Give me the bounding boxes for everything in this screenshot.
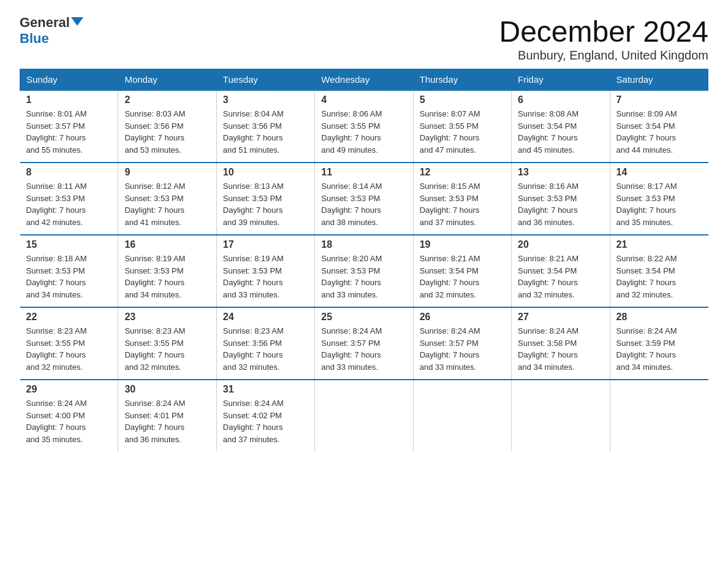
table-row: 5Sunrise: 8:07 AM Sunset: 3:55 PM Daylig… [413, 90, 511, 163]
day-number: 21 [616, 239, 702, 250]
day-info: Sunrise: 8:15 AM Sunset: 3:53 PM Dayligh… [420, 180, 505, 228]
table-row: 12Sunrise: 8:15 AM Sunset: 3:53 PM Dayli… [413, 163, 511, 235]
month-title: December 2024 [499, 15, 708, 48]
table-row: 28Sunrise: 8:24 AM Sunset: 3:59 PM Dayli… [610, 307, 708, 380]
day-number: 1 [26, 94, 112, 105]
day-info: Sunrise: 8:22 AM Sunset: 3:54 PM Dayligh… [616, 253, 702, 301]
table-row: 22Sunrise: 8:23 AM Sunset: 3:55 PM Dayli… [20, 307, 118, 380]
day-number: 19 [420, 239, 505, 250]
day-number: 13 [518, 167, 603, 178]
table-row [610, 380, 708, 451]
table-row: 3Sunrise: 8:04 AM Sunset: 3:56 PM Daylig… [216, 90, 314, 163]
col-thursday: Thursday [413, 69, 511, 91]
day-number: 5 [420, 94, 505, 105]
day-number: 25 [321, 312, 406, 323]
table-row: 7Sunrise: 8:09 AM Sunset: 3:54 PM Daylig… [610, 90, 708, 163]
day-info: Sunrise: 8:11 AM Sunset: 3:53 PM Dayligh… [26, 180, 112, 228]
table-row: 19Sunrise: 8:21 AM Sunset: 3:54 PM Dayli… [413, 235, 511, 307]
day-number: 30 [124, 384, 210, 395]
logo: General Blue [20, 15, 83, 47]
table-row: 4Sunrise: 8:06 AM Sunset: 3:55 PM Daylig… [315, 90, 413, 163]
col-wednesday: Wednesday [315, 69, 413, 91]
day-number: 22 [26, 312, 112, 323]
calendar-table: Sunday Monday Tuesday Wednesday Thursday… [20, 69, 708, 451]
day-number: 15 [26, 239, 112, 250]
day-info: Sunrise: 8:24 AM Sunset: 3:58 PM Dayligh… [518, 325, 603, 373]
day-number: 29 [26, 384, 112, 395]
table-row: 9Sunrise: 8:12 AM Sunset: 3:53 PM Daylig… [118, 163, 216, 235]
day-info: Sunrise: 8:13 AM Sunset: 3:53 PM Dayligh… [223, 180, 308, 228]
day-info: Sunrise: 8:06 AM Sunset: 3:55 PM Dayligh… [321, 108, 406, 156]
table-row: 27Sunrise: 8:24 AM Sunset: 3:58 PM Dayli… [512, 307, 610, 380]
table-row: 25Sunrise: 8:24 AM Sunset: 3:57 PM Dayli… [315, 307, 413, 380]
table-row: 26Sunrise: 8:24 AM Sunset: 3:57 PM Dayli… [413, 307, 511, 380]
day-number: 24 [223, 312, 308, 323]
day-info: Sunrise: 8:24 AM Sunset: 4:01 PM Dayligh… [124, 397, 210, 445]
day-info: Sunrise: 8:16 AM Sunset: 3:53 PM Dayligh… [518, 180, 603, 228]
day-number: 4 [321, 94, 406, 105]
table-row: 11Sunrise: 8:14 AM Sunset: 3:53 PM Dayli… [315, 163, 413, 235]
col-sunday: Sunday [20, 69, 118, 91]
day-number: 27 [518, 312, 603, 323]
day-number: 26 [420, 312, 505, 323]
table-row: 8Sunrise: 8:11 AM Sunset: 3:53 PM Daylig… [20, 163, 118, 235]
day-number: 11 [321, 167, 406, 178]
day-info: Sunrise: 8:24 AM Sunset: 3:59 PM Dayligh… [616, 325, 702, 373]
table-row: 24Sunrise: 8:23 AM Sunset: 3:56 PM Dayli… [216, 307, 314, 380]
day-info: Sunrise: 8:03 AM Sunset: 3:56 PM Dayligh… [124, 108, 210, 156]
table-row: 31Sunrise: 8:24 AM Sunset: 4:02 PM Dayli… [216, 380, 314, 451]
day-info: Sunrise: 8:23 AM Sunset: 3:55 PM Dayligh… [124, 325, 210, 373]
table-row: 16Sunrise: 8:19 AM Sunset: 3:53 PM Dayli… [118, 235, 216, 307]
col-saturday: Saturday [610, 69, 708, 91]
day-number: 23 [124, 312, 210, 323]
table-row: 2Sunrise: 8:03 AM Sunset: 3:56 PM Daylig… [118, 90, 216, 163]
day-info: Sunrise: 8:24 AM Sunset: 3:57 PM Dayligh… [420, 325, 505, 373]
day-number: 7 [616, 94, 702, 105]
day-info: Sunrise: 8:19 AM Sunset: 3:53 PM Dayligh… [124, 253, 210, 301]
day-number: 18 [321, 239, 406, 250]
day-number: 8 [26, 167, 112, 178]
day-number: 2 [124, 94, 210, 105]
day-number: 10 [223, 167, 308, 178]
day-info: Sunrise: 8:21 AM Sunset: 3:54 PM Dayligh… [518, 253, 603, 301]
day-number: 6 [518, 94, 603, 105]
table-row: 17Sunrise: 8:19 AM Sunset: 3:53 PM Dayli… [216, 235, 314, 307]
col-tuesday: Tuesday [216, 69, 314, 91]
table-row: 15Sunrise: 8:18 AM Sunset: 3:53 PM Dayli… [20, 235, 118, 307]
day-info: Sunrise: 8:01 AM Sunset: 3:57 PM Dayligh… [26, 108, 112, 156]
calendar-week-row: 15Sunrise: 8:18 AM Sunset: 3:53 PM Dayli… [20, 235, 708, 307]
day-info: Sunrise: 8:21 AM Sunset: 3:54 PM Dayligh… [420, 253, 505, 301]
table-row [315, 380, 413, 451]
day-info: Sunrise: 8:17 AM Sunset: 3:53 PM Dayligh… [616, 180, 702, 228]
day-info: Sunrise: 8:24 AM Sunset: 4:00 PM Dayligh… [26, 397, 112, 445]
calendar-week-row: 8Sunrise: 8:11 AM Sunset: 3:53 PM Daylig… [20, 163, 708, 235]
location-title: Bunbury, England, United Kingdom [499, 48, 708, 63]
day-info: Sunrise: 8:23 AM Sunset: 3:55 PM Dayligh… [26, 325, 112, 373]
table-row: 20Sunrise: 8:21 AM Sunset: 3:54 PM Dayli… [512, 235, 610, 307]
day-number: 12 [420, 167, 505, 178]
day-info: Sunrise: 8:23 AM Sunset: 3:56 PM Dayligh… [223, 325, 308, 373]
logo-blue-text: Blue [20, 31, 49, 47]
day-info: Sunrise: 8:20 AM Sunset: 3:53 PM Dayligh… [321, 253, 406, 301]
calendar-week-row: 22Sunrise: 8:23 AM Sunset: 3:55 PM Dayli… [20, 307, 708, 380]
day-info: Sunrise: 8:04 AM Sunset: 3:56 PM Dayligh… [223, 108, 308, 156]
day-info: Sunrise: 8:09 AM Sunset: 3:54 PM Dayligh… [616, 108, 702, 156]
page-header: General Blue December 2024 Bunbury, Engl… [20, 15, 708, 63]
table-row: 14Sunrise: 8:17 AM Sunset: 3:53 PM Dayli… [610, 163, 708, 235]
table-row: 18Sunrise: 8:20 AM Sunset: 3:53 PM Dayli… [315, 235, 413, 307]
table-row [413, 380, 511, 451]
day-info: Sunrise: 8:08 AM Sunset: 3:54 PM Dayligh… [518, 108, 603, 156]
day-info: Sunrise: 8:14 AM Sunset: 3:53 PM Dayligh… [321, 180, 406, 228]
logo-triangle-icon [71, 17, 83, 26]
day-info: Sunrise: 8:18 AM Sunset: 3:53 PM Dayligh… [26, 253, 112, 301]
day-info: Sunrise: 8:19 AM Sunset: 3:53 PM Dayligh… [223, 253, 308, 301]
col-monday: Monday [118, 69, 216, 91]
table-row: 21Sunrise: 8:22 AM Sunset: 3:54 PM Dayli… [610, 235, 708, 307]
day-number: 14 [616, 167, 702, 178]
day-number: 9 [124, 167, 210, 178]
day-info: Sunrise: 8:24 AM Sunset: 4:02 PM Dayligh… [223, 397, 308, 445]
day-info: Sunrise: 8:07 AM Sunset: 3:55 PM Dayligh… [420, 108, 505, 156]
table-row: 30Sunrise: 8:24 AM Sunset: 4:01 PM Dayli… [118, 380, 216, 451]
calendar-week-row: 1Sunrise: 8:01 AM Sunset: 3:57 PM Daylig… [20, 90, 708, 163]
table-row: 29Sunrise: 8:24 AM Sunset: 4:00 PM Dayli… [20, 380, 118, 451]
